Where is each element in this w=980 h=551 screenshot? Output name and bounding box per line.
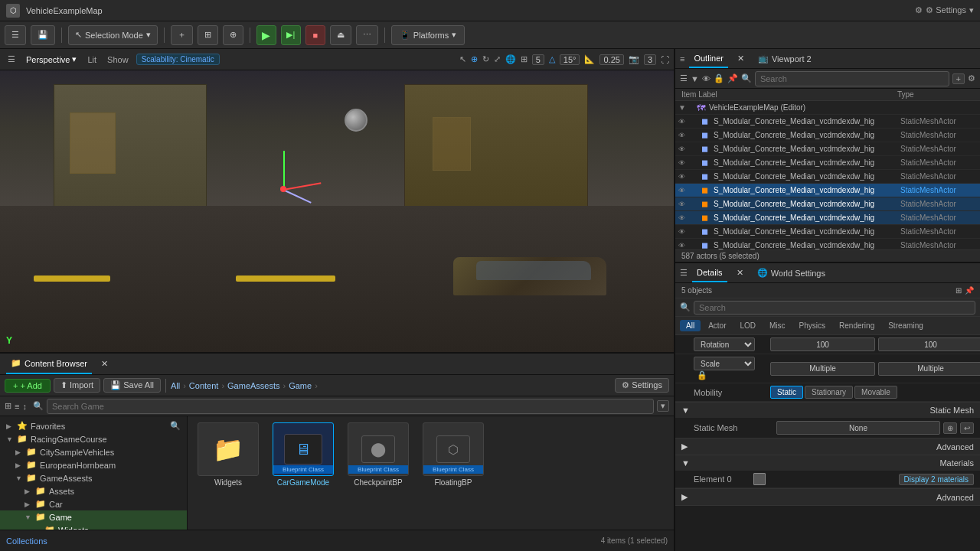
show-button[interactable]: Show: [104, 55, 132, 64]
lock-details-icon[interactable]: ⊞: [956, 286, 962, 295]
outliner-row-3[interactable]: 👁 ◼ S_Modular_Concrete_Median_vcdmdexdw_…: [675, 142, 980, 156]
details-close-tab[interactable]: ✕: [732, 263, 748, 282]
widgets-tree[interactable]: 📁 Widgets: [0, 523, 187, 530]
sort-icon[interactable]: ↕: [22, 402, 27, 411]
eye-icon-3[interactable]: 👁: [678, 145, 691, 153]
static-mesh-header[interactable]: ▼ Static Mesh: [675, 403, 980, 418]
details-tab-rendering[interactable]: Rendering: [833, 320, 880, 331]
stop-button[interactable]: ■: [305, 25, 325, 45]
outliner-row-6[interactable]: 👁 ◼ S_Modular_Concrete_Median_vcdmdexdw_…: [675, 184, 980, 197]
asset-car-game-mode[interactable]: 🖥 Blueprint Class CarGameMode: [269, 422, 338, 487]
content-browser-close[interactable]: ✕: [96, 354, 113, 374]
scale-y-input[interactable]: [878, 362, 980, 376]
scale-value[interactable]: 0.25: [599, 54, 623, 65]
search-dropdown-arrow[interactable]: ▾: [657, 400, 669, 412]
asset-widgets[interactable]: 📁 Widgets: [194, 422, 263, 487]
rotation-x-input[interactable]: [770, 337, 875, 351]
assets-tree[interactable]: ▶ 📁 Assets: [0, 484, 187, 497]
outliner-row-10[interactable]: 👁 ◼ S_Modular_Concrete_Median_vcdmdexdw_…: [675, 239, 980, 249]
outliner-root[interactable]: ▼ 🗺 VehicleExampleMap (Editor): [675, 101, 980, 115]
outliner-settings-icon[interactable]: ⚙: [968, 73, 975, 83]
eject-button[interactable]: ⏏: [330, 25, 351, 45]
eye-icon-7[interactable]: 👁: [678, 201, 691, 208]
eye-icon-9[interactable]: 👁: [678, 228, 691, 236]
favorites-header[interactable]: ▶ ⭐ Favorites 🔍: [0, 419, 187, 432]
pin-details-icon[interactable]: 📌: [965, 286, 974, 295]
outliner-row-7[interactable]: 👁 ◼ S_Modular_Concrete_Median_vcdmdexdw_…: [675, 197, 980, 211]
view-icon[interactable]: ≡: [15, 402, 19, 411]
details-tab-misc[interactable]: Misc: [763, 320, 792, 331]
scale-select[interactable]: Scale: [694, 357, 755, 370]
collections-label[interactable]: Collections: [6, 536, 47, 546]
eye-icon-5[interactable]: 👁: [678, 173, 691, 181]
eye-icon-1[interactable]: 👁: [678, 118, 691, 126]
details-tab-all[interactable]: All: [680, 320, 701, 331]
snap-button[interactable]: ⊕: [223, 25, 243, 45]
eye-icon-10[interactable]: 👁: [678, 242, 691, 249]
outliner-lock-icon[interactable]: 🔒: [714, 73, 724, 83]
outliner-add-icon[interactable]: +: [952, 73, 965, 84]
outliner-row-2[interactable]: 👁 ◼ S_Modular_Concrete_Median_vcdmdexdw_…: [675, 129, 980, 142]
asset-checkpoint-bp[interactable]: ⬤ Blueprint Class CheckpointBP: [344, 422, 413, 487]
play-button[interactable]: ▶: [256, 25, 276, 45]
details-tab-physics[interactable]: Physics: [793, 320, 831, 331]
eye-icon-8[interactable]: 👁: [678, 214, 691, 222]
perspective-button[interactable]: Perspective ▾: [23, 54, 80, 64]
rotation-y-input[interactable]: [878, 337, 980, 351]
city-sample-vehicles[interactable]: ▶ 📁 CitySampleVehicles: [0, 445, 187, 458]
favorites-search[interactable]: 🔍: [170, 421, 181, 431]
viewport-menu-button[interactable]: ☰: [5, 54, 18, 64]
lock-scale-icon[interactable]: 🔒: [697, 370, 707, 380]
viewport-cursor-icon[interactable]: ↖: [459, 54, 466, 64]
outliner-row-4[interactable]: 👁 ◼ S_Modular_Concrete_Median_vcdmdexdw_…: [675, 156, 980, 170]
content-browser-search[interactable]: [47, 399, 654, 414]
details-tab[interactable]: Details: [692, 263, 727, 282]
grid-button[interactable]: ⊞: [198, 25, 218, 45]
racing-game-root[interactable]: ▼ 📁 RacingGameCourse: [0, 432, 187, 445]
import-button[interactable]: ⬆ Import: [54, 378, 100, 393]
camera-value[interactable]: 3: [644, 54, 656, 65]
eye-icon-6[interactable]: 👁: [678, 187, 691, 194]
breadcrumb-gameassets[interactable]: GameAssests: [227, 381, 279, 390]
lit-button[interactable]: Lit: [84, 55, 100, 64]
reset-static-mesh[interactable]: ↩: [960, 422, 974, 434]
details-tab-streaming[interactable]: Streaming: [882, 320, 929, 331]
angle-value[interactable]: 15°: [560, 54, 580, 65]
breadcrumb-content[interactable]: Content: [189, 381, 219, 390]
advanced-bottom-header[interactable]: ▶ Advanced: [675, 489, 980, 505]
rotate-icon[interactable]: ↻: [482, 54, 489, 64]
world-icon[interactable]: 🌐: [505, 54, 516, 64]
breadcrumb-game[interactable]: Game: [289, 381, 312, 390]
game-tree[interactable]: ▼ 📁 Game: [0, 510, 187, 523]
scale-x-input[interactable]: [770, 362, 875, 376]
movable-mobility-btn[interactable]: Movable: [854, 386, 897, 399]
outliner-row-5[interactable]: 👁 ◼ S_Modular_Concrete_Median_vcdmdexdw_…: [675, 170, 980, 184]
game-assests-tree[interactable]: ▼ 📁 GameAssests: [0, 471, 187, 484]
outliner-row-1[interactable]: 👁 ◼ S_Modular_Concrete_Median_vcdmdexdw_…: [675, 115, 980, 129]
details-menu-icon[interactable]: ☰: [680, 268, 688, 278]
asset-floating-bp[interactable]: ⬡ Blueprint Class FloatingBP: [419, 422, 488, 487]
display-materials-btn[interactable]: Display 2 materials: [899, 474, 974, 485]
outliner-pin-icon[interactable]: 📌: [727, 73, 738, 83]
outliner-row-9[interactable]: 👁 ◼ S_Modular_Concrete_Median_vcdmdexdw_…: [675, 225, 980, 239]
scale-icon[interactable]: ⤢: [494, 54, 501, 64]
details-tab-lod[interactable]: LOD: [733, 320, 762, 331]
translate-icon[interactable]: ⊕: [471, 54, 478, 64]
outliner-row-8[interactable]: 👁 ◼ S_Modular_Concrete_Median_vcdmdexdw_…: [675, 211, 980, 225]
car-tree[interactable]: ▶ 📁 Car: [0, 497, 187, 510]
outliner-tab[interactable]: Outliner: [689, 49, 728, 68]
outliner-view-icon[interactable]: 👁: [702, 74, 710, 83]
details-search-input[interactable]: [694, 301, 975, 315]
outliner-close-tab[interactable]: ✕: [733, 49, 749, 68]
browse-static-mesh[interactable]: ⊕: [943, 422, 957, 434]
save-all-button[interactable]: 💾 Save All: [103, 378, 161, 393]
save-button[interactable]: 💾: [31, 25, 55, 45]
more-options-button[interactable]: ⋯: [356, 25, 378, 45]
selection-mode-button[interactable]: ↖ Selection Mode ▾: [68, 25, 158, 45]
outliner-search-input[interactable]: [755, 71, 949, 86]
snap-value[interactable]: 5: [532, 54, 544, 65]
content-browser-settings[interactable]: ⚙ Settings: [615, 378, 669, 393]
viewport[interactable]: Y: [0, 70, 674, 352]
eye-icon-2[interactable]: 👁: [678, 132, 691, 139]
world-settings-tab[interactable]: 🌐 World Settings: [753, 263, 830, 282]
